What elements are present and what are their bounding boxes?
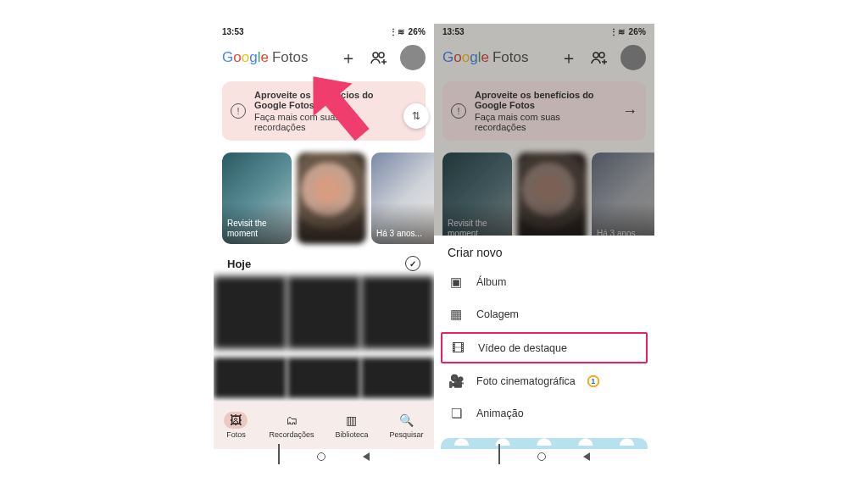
banner-subtitle: Faça mais com suas recordações xyxy=(475,112,614,132)
photo-thumb[interactable] xyxy=(214,276,287,349)
recents-icon[interactable] xyxy=(278,444,280,464)
back-icon[interactable] xyxy=(363,452,370,461)
memory-card[interactable]: Há 3 anos... xyxy=(371,152,434,244)
photo-grid[interactable] xyxy=(214,276,434,398)
photo-thumb[interactable] xyxy=(361,276,434,349)
photo-thumb[interactable] xyxy=(287,358,360,398)
svg-point-4 xyxy=(593,53,598,58)
svg-point-0 xyxy=(373,53,378,58)
create-bottom-sheet: Criar novo ▣ Álbum ▦ Colagem 🎞 Vídeo de … xyxy=(434,236,654,464)
nav-photos[interactable]: 🖼 Fotos xyxy=(224,412,248,439)
memory-card[interactable]: Há 3 anos... xyxy=(592,152,654,244)
memories-carousel[interactable]: Revisit the moment Há 3 anos... xyxy=(434,152,654,244)
memory-card[interactable]: Revisit the moment xyxy=(442,152,512,244)
sheet-item-animation[interactable]: ❏ Animação xyxy=(434,397,654,430)
photos-icon: 🖼 xyxy=(224,412,248,429)
section-header-today: Hoje ✓ xyxy=(214,244,434,276)
phone-screenshot-left: 13:53 ⋮≋ 26% Google Fotos ＋ xyxy=(214,24,434,464)
sheet-item-album[interactable]: ▣ Álbum xyxy=(434,266,654,298)
banner-title: Aproveite os benefícios do Google Fotos xyxy=(254,90,393,110)
sheet-item-highlight-video[interactable]: 🎞 Vídeo de destaque xyxy=(441,332,648,363)
select-day-icon[interactable]: ✓ xyxy=(405,256,420,271)
memory-card[interactable] xyxy=(517,152,587,244)
status-time: 13:53 xyxy=(442,27,465,36)
memories-carousel[interactable]: Revisit the moment Há 3 anos... xyxy=(214,152,434,244)
search-icon: 🔍 xyxy=(394,412,418,429)
photo-thumb[interactable] xyxy=(214,358,287,398)
photo-thumb[interactable] xyxy=(287,276,360,349)
sheet-item-collage[interactable]: ▦ Colagem xyxy=(434,298,654,330)
android-nav-bar xyxy=(434,449,654,464)
status-right: ⋮≋ 26% xyxy=(609,27,646,36)
memory-card[interactable] xyxy=(297,152,366,244)
memory-card[interactable]: Revisit the moment xyxy=(222,152,292,244)
svg-point-1 xyxy=(379,53,384,58)
cast-fab[interactable]: ⇅ xyxy=(403,103,429,129)
alert-icon: ! xyxy=(451,103,466,119)
movie-icon: 🎞 xyxy=(449,341,466,355)
home-icon[interactable] xyxy=(537,452,546,461)
home-icon[interactable] xyxy=(317,452,326,461)
bottom-nav: 🖼 Fotos 🗂 Recordações ▥ Biblioteca 🔍 Pes… xyxy=(214,402,434,449)
google-one-badge-icon: 1 xyxy=(587,375,599,387)
battery-text: 26% xyxy=(628,27,646,36)
section-title: Hoje xyxy=(227,258,251,270)
account-avatar[interactable] xyxy=(400,45,426,70)
banner-subtitle: Faça mais com suas recordações xyxy=(254,112,393,132)
chevron-right-icon: → xyxy=(622,103,637,120)
status-bar: 13:53 ⋮≋ 26% xyxy=(434,24,654,39)
cinematic-icon: 🎥 xyxy=(448,374,465,389)
status-bar: 13:53 ⋮≋ 26% xyxy=(214,24,434,39)
photo-thumb[interactable] xyxy=(361,358,434,398)
wave-decoration xyxy=(441,437,648,446)
sheet-item-cinematic[interactable]: 🎥 Foto cinematográfica 1 xyxy=(434,365,654,397)
alert-icon: ! xyxy=(231,103,246,119)
battery-text: 26% xyxy=(408,27,426,36)
library-icon: ▥ xyxy=(340,412,364,429)
wifi-icon: ⋮≋ xyxy=(609,27,625,36)
benefits-banner[interactable]: ! Aproveite os benefícios do Google Foto… xyxy=(222,81,426,141)
phone-screenshot-right: 13:53 ⋮≋ 26% Google Fotos ＋ xyxy=(434,24,654,464)
app-logo-sub: Fotos xyxy=(492,49,529,66)
benefits-banner[interactable]: ! Aproveite os benefícios do Google Foto… xyxy=(442,81,646,141)
album-icon: ▣ xyxy=(448,274,465,290)
sheet-title: Criar novo xyxy=(434,236,654,266)
android-nav-bar xyxy=(214,449,434,464)
account-avatar[interactable] xyxy=(620,45,646,70)
app-logo: Google Fotos xyxy=(222,49,308,66)
app-bar: Google Fotos ＋ xyxy=(214,39,434,76)
wifi-icon: ⋮≋ xyxy=(389,27,404,36)
nav-memories[interactable]: 🗂 Recordações xyxy=(269,412,314,439)
status-time: 13:53 xyxy=(222,27,244,36)
app-bar: Google Fotos ＋ xyxy=(434,39,654,76)
recents-icon[interactable] xyxy=(498,444,500,464)
animation-icon: ❏ xyxy=(448,406,465,421)
sharing-icon[interactable] xyxy=(590,48,609,67)
sharing-icon[interactable] xyxy=(370,48,388,67)
app-logo-sub: Fotos xyxy=(272,49,309,66)
app-logo: Google Fotos xyxy=(442,49,528,66)
status-right: ⋮≋ 26% xyxy=(389,27,426,36)
nav-search[interactable]: 🔍 Pesquisar xyxy=(389,412,423,439)
create-plus-button[interactable]: ＋ xyxy=(559,48,578,67)
back-icon[interactable] xyxy=(583,452,590,461)
svg-point-5 xyxy=(599,53,604,58)
create-plus-button[interactable]: ＋ xyxy=(339,48,358,67)
memories-icon: 🗂 xyxy=(280,412,303,429)
nav-library[interactable]: ▥ Biblioteca xyxy=(335,412,368,439)
banner-title: Aproveite os benefícios do Google Fotos xyxy=(475,90,614,110)
collage-icon: ▦ xyxy=(448,307,465,322)
